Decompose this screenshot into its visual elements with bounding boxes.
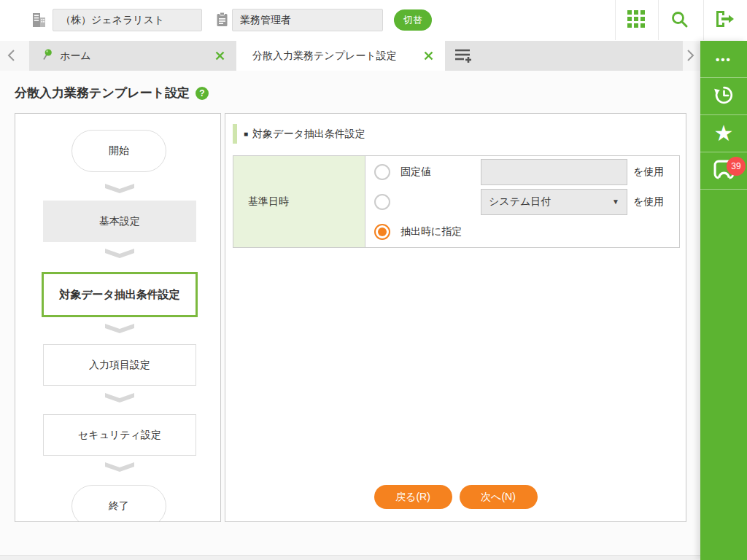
back-button[interactable]: 戻る(R) (374, 485, 452, 509)
arrow-down-icon (105, 393, 134, 402)
switch-button[interactable]: 切替 (394, 9, 432, 31)
workflow-step-basic-settings[interactable]: 基本設定 (43, 201, 196, 242)
search-icon (670, 10, 689, 31)
section-title: 対象データ抽出条件設定 (252, 128, 365, 141)
app-header: 切替 (0, 0, 747, 41)
condition-options: 固定値 を使用 システム日付 ▼ を使用 抽出時に指定 (365, 156, 679, 247)
right-sidebar: ••• ★ 39 (700, 41, 747, 560)
history-icon (712, 83, 736, 109)
next-button[interactable]: 次へ(N) (460, 485, 538, 509)
arrow-down-icon (105, 249, 134, 258)
workflow-step-security[interactable]: セキュリティ設定 (43, 414, 196, 456)
notifications-button[interactable]: 39 (700, 152, 747, 190)
ellipsis-icon: ••• (716, 53, 732, 66)
system-date-select-value: システム日付 (489, 195, 551, 209)
arrow-down-icon (105, 462, 134, 472)
page-title: 分散入力業務テンプレート設定 (15, 85, 190, 101)
more-options-button[interactable]: ••• (700, 41, 747, 78)
tab-template-settings[interactable]: 分散入力業務テンプレート設定 (236, 41, 445, 71)
tab-template-settings-close-button[interactable] (422, 50, 435, 62)
app-screen: 切替 (0, 0, 747, 560)
add-tab-icon (454, 55, 473, 66)
search-button[interactable] (659, 0, 700, 40)
workflow-step-input-items[interactable]: 入力項目設定 (43, 344, 196, 386)
apps-menu-button[interactable] (616, 0, 657, 40)
role-clipboard-icon (216, 12, 228, 31)
add-tab-button[interactable] (454, 47, 473, 66)
workflow-step-label: 基本設定 (99, 215, 140, 228)
tab-home-close-button[interactable] (214, 50, 226, 62)
system-date-select[interactable]: システム日付 ▼ (481, 189, 627, 215)
specify-at-extraction-label: 抽出時に指定 (400, 225, 462, 238)
workflow-step-extraction-conditions[interactable]: 対象データ抽出条件設定 (42, 272, 198, 317)
workflow-step-label: セキュリティ設定 (78, 429, 161, 442)
option-row-fixed-value: 固定値 を使用 (365, 157, 679, 187)
tab-home-label: ホーム (60, 50, 91, 63)
help-icon[interactable]: ? (196, 87, 209, 100)
use-suffix-label: を使用 (633, 195, 664, 209)
pin-icon (42, 49, 53, 63)
arrow-down-icon (105, 324, 134, 333)
fixed-value-input[interactable] (481, 159, 627, 185)
company-building-icon (32, 12, 46, 31)
company-input[interactable] (53, 9, 202, 31)
tab-scroll-left-button[interactable] (3, 47, 22, 66)
condition-table: 基準日時 固定値 を使用 システム日付 ▼ を使用 (233, 155, 680, 248)
use-suffix-label: を使用 (633, 166, 664, 179)
tab-scroll-right-button[interactable] (680, 47, 699, 66)
row-label-cell: 基準日時 (233, 156, 365, 247)
star-icon: ★ (714, 122, 734, 144)
specify-at-extraction-radio[interactable] (374, 224, 390, 240)
close-icon (215, 51, 225, 61)
apps-grid-icon (627, 10, 645, 30)
section-accent-bar (233, 124, 237, 144)
favorites-button[interactable]: ★ (700, 115, 747, 152)
section-bullet: ■ (244, 130, 248, 138)
fixed-value-radio[interactable] (374, 164, 390, 180)
history-button[interactable] (700, 78, 747, 115)
workflow-step-start[interactable]: 開始 (71, 130, 166, 172)
option-row-system-date: システム日付 ▼ を使用 (365, 187, 679, 217)
arrow-down-icon (105, 184, 134, 193)
workflow-step-label: 入力項目設定 (89, 359, 150, 372)
workflow-step-label: 終了 (109, 499, 129, 513)
tab-filler (445, 41, 683, 71)
close-icon (424, 51, 433, 61)
fixed-value-label: 固定値 (400, 166, 481, 179)
panel-actions: 戻る(R) 次へ(N) (225, 485, 686, 509)
notification-badge: 39 (727, 157, 746, 176)
role-input[interactable] (232, 9, 383, 31)
tab-template-settings-label: 分散入力業務テンプレート設定 (252, 50, 397, 63)
section-header: ■ 対象データ抽出条件設定 (233, 124, 365, 144)
footer-strip (0, 555, 700, 560)
page-title-row: 分散入力業務テンプレート設定 ? (15, 85, 209, 101)
tab-bar: ホーム 分散入力業務テンプレート設定 (0, 41, 700, 71)
extraction-settings-panel: ■ 対象データ抽出条件設定 基準日時 固定値 を使用 システム日付 ▼ (225, 113, 686, 522)
reference-datetime-label: 基準日時 (248, 195, 289, 209)
system-date-radio[interactable] (374, 194, 390, 210)
workflow-step-end[interactable]: 終了 (71, 485, 166, 522)
chevron-down-icon: ▼ (612, 198, 619, 206)
workflow-step-label: 対象データ抽出条件設定 (59, 288, 180, 302)
option-row-specify-at-extraction: 抽出時に指定 (365, 217, 679, 246)
tab-home[interactable]: ホーム (29, 41, 236, 71)
workflow-panel: 開始 基本設定 対象データ抽出条件設定 入力項目設定 セキュリティ設定 終了 (15, 113, 221, 522)
logout-icon (714, 9, 735, 31)
workflow-step-label: 開始 (109, 144, 129, 158)
logout-button[interactable] (704, 0, 745, 40)
